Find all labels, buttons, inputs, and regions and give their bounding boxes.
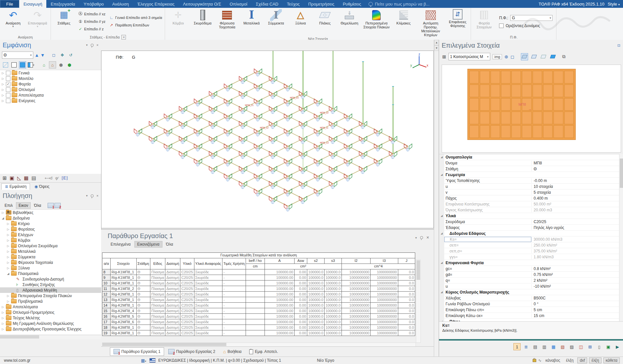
table-row[interactable]: 10Rig-K1ΜΠ8_1ΘΠλασμαΔιατομήC20/25Σκυρόδε… <box>102 281 415 286</box>
view-section-icon[interactable]: ▾ <box>27 61 35 68</box>
select-fence-icon[interactable]: ▦ <box>24 175 28 181</box>
tree-checkbox[interactable]: ✓ <box>6 82 10 86</box>
zoom-window-icon[interactable]: ◻ <box>50 52 57 59</box>
view-wireframe-icon[interactable] <box>2 61 9 68</box>
panel-dock-icon-8[interactable]: ◫ <box>577 343 585 350</box>
level-down-icon[interactable]: ▼ <box>40 53 45 58</box>
ribbon-button-Πλάκες[interactable]: Πλάκες <box>313 8 337 37</box>
col-header-Είδος[interactable]: Είδος <box>150 258 165 269</box>
nav-tree-item-Προβληματικά[interactable]: ▷Προβληματικά <box>0 298 101 304</box>
table-row[interactable]: 8Rig-K1ΜΠ8_1ΘΠλασμαΔιατομήC20/25Σκυρόδε-… <box>102 269 415 275</box>
prop-row-v[interactable]: v5 στοιχεία <box>439 190 619 195</box>
expander-icon[interactable]: ▷ <box>1 88 5 91</box>
tree-checkbox[interactable] <box>6 76 10 81</box>
prop-row-Έδαφος[interactable]: ΈδαφοςΠηλός λίγο υγρός <box>439 225 619 231</box>
col-header-Στάθμη[interactable]: Στάθμη <box>136 258 150 269</box>
col-header-I2[interactable]: I2 <box>342 258 371 264</box>
prop-value[interactable]: ΜΠ8 <box>531 161 619 165</box>
expander-icon[interactable]: ▷ <box>1 327 5 331</box>
prop-value[interactable]: 50.000 m² <box>531 202 619 206</box>
prop-value[interactable]: 2 kN/m² <box>531 278 619 283</box>
render-solid-gray-icon[interactable]: ⬢ <box>57 61 65 68</box>
panel-dock-icon-7[interactable]: ▨ <box>568 343 575 350</box>
ribbon-button-Επιφάνειες Φόρτισης[interactable]: ⇵Επιφάνειες Φόρτισης <box>446 8 470 37</box>
tab-Εμφάνιση[interactable]: ≣Εμφάνιση <box>1 183 30 190</box>
col-header-s3[interactable]: s3 <box>325 258 342 264</box>
prop-value[interactable]: 1.80 kN/m3 <box>531 255 619 259</box>
select-add-icon[interactable]: ⊞ <box>3 175 7 181</box>
col-header-A[interactable]: A <box>265 258 294 264</box>
expander-icon[interactable]: ▷ <box>1 94 5 97</box>
ribbon-button-Κλίμακες[interactable]: Κλίμακες <box>391 8 416 37</box>
prop-row-Επικάλυψη Κάτω cκ=[interactable]: Επικάλυψη Κάτω cκ=15 cm <box>439 313 619 319</box>
expander-icon[interactable]: ▷ <box>7 233 10 236</box>
zoom-extents-icon[interactable]: ⊕ <box>504 54 508 59</box>
expander-icon[interactable]: ▷ <box>7 255 10 259</box>
prop-row-Σκυρόδεμα[interactable]: ΣκυρόδεμαC20/25 <box>439 219 619 225</box>
tree-checkbox[interactable] <box>6 87 10 92</box>
status-toggle-dxf[interactable]: dxf <box>577 357 587 363</box>
img-button[interactable]: img <box>493 54 502 59</box>
expander-icon[interactable]: ▷ <box>7 261 10 264</box>
nav-tree-item-Τεύχος Μελέτης[interactable]: ▷Τεύχος Μελέτης <box>0 315 101 321</box>
lock-icon[interactable] <box>533 359 536 362</box>
angle-phi-icon[interactable]: φ∕ <box>55 176 59 180</box>
panel-dock-icon-5[interactable]: ▦ <box>550 343 557 350</box>
table-row[interactable]: 11Rig-K1ΜΠ8_2ΘΠλασμαΔιατομήC20/25Σκυρόδε… <box>102 286 415 292</box>
expander-icon[interactable]: ▷ <box>7 228 10 231</box>
e-modulus-icon[interactable]: ⟦E⟧ <box>61 176 68 180</box>
prop-value[interactable]: 0.75 kN/m² <box>531 272 619 277</box>
select-polygon-icon[interactable]: ◺ <box>17 175 21 181</box>
properties-sheet-icon[interactable]: ▤ <box>32 175 36 181</box>
prop-row-Επικάλυψη Πάνω cπ=[interactable]: Επικάλυψη Πάνω cπ=5 cm <box>439 307 619 313</box>
col-header-Υλικό Αναφοράς[interactable]: Υλικό Αναφοράς <box>194 258 222 269</box>
prop-value[interactable]: Πηλός λίγο υγρός <box>531 225 619 230</box>
nav-hscrollbar[interactable] <box>0 335 101 339</box>
menu-item-Σχέδια CAD[interactable]: Σχέδια CAD <box>251 0 282 8</box>
prop-value[interactable]: 375.00 kN/m² <box>531 249 619 253</box>
work-tab-Εικονιζόμενα[interactable]: Εικονιζόμενα <box>134 241 162 248</box>
expander-icon[interactable]: ▷ <box>1 322 5 325</box>
workwindow-1-icon[interactable] <box>48 203 54 208</box>
prop-value[interactable]: 30000.00 kN/m3 <box>531 237 619 242</box>
table-row[interactable]: 19Rig-K3ΜΠ8_1ΘΠλασμαΔιατομήC20/25Σκυρόδε… <box>102 330 415 336</box>
nav-tree-item-Συνδεσμολογία-Διατομή[interactable]: ✎Συνδεσμολογία-Διατομή <box>0 276 101 282</box>
expander-icon[interactable]: ▷ <box>1 77 5 80</box>
tree-checkbox[interactable] <box>6 71 10 75</box>
work-window-menu-icon[interactable]: ▾ <box>415 236 417 239</box>
nav-tab-Εικον[interactable]: Εικον <box>16 202 31 209</box>
display-tree-item-Γενικά[interactable]: ▷Γενικά <box>0 70 101 76</box>
ribbon-button-Παράθεση Επιπέδων[interactable]: ↗Παράθεση Επιπέδων <box>107 22 164 29</box>
ribbon-button-Επίπεδο // yz[interactable]: ①Επίπεδο // yz <box>76 18 107 25</box>
status-table-icon[interactable]: ▦▾ <box>141 358 146 363</box>
expander-icon[interactable]: ▷ <box>1 99 5 102</box>
slab-view-icon-4[interactable] <box>549 53 556 60</box>
mat-foundation-preview[interactable]: ΜΠ8 → <box>467 69 576 140</box>
expander-icon[interactable]: ▷ <box>1 211 5 214</box>
dock-tab-Εμφ. Αποτελ.[interactable]: Εμφ. Αποτελ. <box>246 348 281 356</box>
level-up-icon[interactable]: ▲ <box>35 53 39 58</box>
prop-value[interactable]: 5 στοιχεία <box>531 190 619 195</box>
status-toggle-κάναβος[interactable]: κάναβος <box>543 358 562 363</box>
dock-tab-Παράθυρο Εργασίας 1[interactable]: Παράθυρο Εργασίας 1 <box>110 347 164 356</box>
render-solid-color-icon[interactable]: ⬢ <box>66 61 73 68</box>
nav-tree-item-Δευτεροβάθμιος Προσεισμικός Έλεγχος[interactable]: ▷Δευτεροβάθμιος Προσεισμικός Έλεγχος <box>0 326 101 332</box>
nav-tree-item-Οπλισμοί-Προμετρήσεις[interactable]: ▷Οπλισμοί-Προμετρήσεις <box>0 310 101 315</box>
ribbon-button-Αναίρεση[interactable]: ↶Αναίρεση▾ <box>1 8 25 34</box>
menu-item-Έλεγχος Επάρκειας[interactable]: Έλεγχος Επάρκειας <box>133 0 179 8</box>
ribbon-button-Θεμελίωση[interactable]: Θεμελίωση <box>337 8 361 37</box>
display-panel-menu-icon[interactable]: ▾ <box>86 43 88 47</box>
display-panel-close-icon[interactable]: × <box>97 43 99 47</box>
snap-wave-icon[interactable]: ∿ <box>538 358 541 363</box>
nav-tree-item-Αποτελέσματα[interactable]: ▷Αποτελέσματα <box>0 304 101 310</box>
prop-value[interactable]: 250.00 kN/m² <box>531 243 619 248</box>
table-row[interactable]: 14Rig-K2ΜΠ8_1ΘΠλασμαΔιατομήC20/25Σκυρόδε… <box>102 303 415 308</box>
ribbon-button-Μεταλλικά[interactable]: ⅠΜεταλλικά <box>239 8 264 37</box>
nav-tab-Όλα[interactable]: Όλα <box>31 202 44 209</box>
nav-tree-item-Κτήριο[interactable]: ▷Κτήριο <box>0 221 101 226</box>
ribbon-button-Ξύλινα[interactable]: △Ξύλινα <box>288 8 312 37</box>
nav-tree-item-Συνθήκες Στήριξης[interactable]: ⊦Συνθήκες Στήριξης <box>0 282 101 287</box>
ribbon-button-Στάθμες[interactable]: ▦Στάθμες <box>52 8 76 34</box>
nav-tree-item-Πλασματικά[interactable]: ◢Πλασματικά <box>0 271 101 276</box>
prop-row-σεπ=[interactable]: σεπ=250.00 kN/m² <box>439 242 619 248</box>
